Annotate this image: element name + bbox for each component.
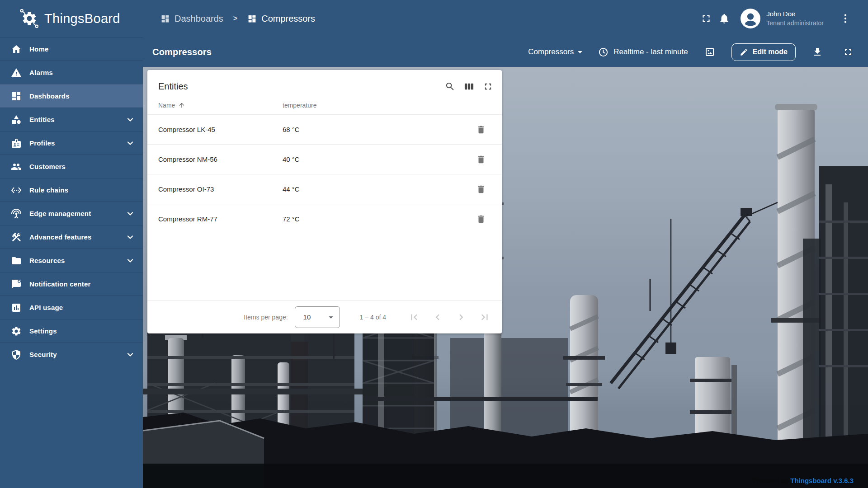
chart-icon xyxy=(11,302,22,313)
more-menu-button[interactable] xyxy=(836,9,854,28)
bell-icon xyxy=(718,13,730,24)
sidebar-item-dashboards[interactable]: Dashboards xyxy=(0,84,143,108)
entity-temperature: 44 °C xyxy=(283,185,472,193)
main-navigation: Home Alarms Dashboards Entities Profiles xyxy=(0,37,143,366)
antenna-icon xyxy=(11,208,22,219)
fullscreen-button[interactable] xyxy=(697,9,715,28)
entity-temperature: 40 °C xyxy=(283,155,472,163)
more-vert-icon xyxy=(840,13,851,24)
first-page-button[interactable] xyxy=(405,308,423,326)
last-page-button[interactable] xyxy=(476,308,494,326)
edit-mode-button[interactable]: Edit mode xyxy=(731,43,796,61)
fullscreen-icon xyxy=(483,81,493,92)
chevron-right-icon xyxy=(455,311,467,323)
sidebar-item-entities[interactable]: Entities xyxy=(0,108,143,131)
top-bar-actions: John Doe Tenant administrator xyxy=(697,9,857,28)
pager-buttons xyxy=(405,308,494,326)
download-icon xyxy=(812,47,823,57)
clock-icon xyxy=(598,47,609,57)
column-header-name[interactable]: Name xyxy=(158,102,283,109)
rule-chains-icon xyxy=(11,185,22,196)
trash-icon xyxy=(476,125,486,135)
dashboards-icon xyxy=(11,91,22,102)
column-header-temperature[interactable]: temperature xyxy=(283,102,491,109)
trash-icon xyxy=(476,155,486,164)
table-empty-space xyxy=(147,234,502,300)
home-icon xyxy=(11,44,22,55)
user-role: Tenant administrator xyxy=(766,19,824,28)
sidebar-item-security[interactable]: Security xyxy=(0,343,143,366)
dashboard-content: Entities Name temperature Compress xyxy=(143,67,868,488)
table-row[interactable]: Compressor LK-45 68 °C xyxy=(147,114,502,144)
page-size-select[interactable]: 10 xyxy=(295,306,340,328)
items-per-page-label: Items per page: xyxy=(244,314,288,321)
widget-columns-button[interactable] xyxy=(461,79,476,94)
entity-temperature: 72 °C xyxy=(283,215,472,223)
next-page-button[interactable] xyxy=(452,308,470,326)
user-name: John Doe xyxy=(766,9,824,19)
folder-icon xyxy=(11,255,22,266)
sidebar-item-customers[interactable]: Customers xyxy=(0,155,143,178)
download-button[interactable] xyxy=(808,43,826,61)
table-row[interactable]: Compressor RM-77 72 °C xyxy=(147,204,502,234)
breadcrumb-dashboards[interactable]: Dashboards xyxy=(160,14,223,24)
notification-center-icon xyxy=(11,279,22,290)
delete-row-button[interactable] xyxy=(472,210,490,228)
fullscreen-icon xyxy=(843,47,854,57)
breadcrumb-separator: > xyxy=(233,14,237,23)
chevron-left-icon xyxy=(432,311,443,323)
chevron-down-icon xyxy=(126,233,135,242)
dashboards-icon xyxy=(160,14,170,23)
delete-row-button[interactable] xyxy=(472,150,490,169)
dropdown-caret-icon xyxy=(326,312,336,322)
entity-name: Compressor LK-45 xyxy=(158,126,283,133)
sidebar-item-home[interactable]: Home xyxy=(0,37,143,61)
sidebar-item-rule-chains[interactable]: Rule chains xyxy=(0,178,143,202)
chevron-down-icon xyxy=(126,139,135,148)
delete-row-button[interactable] xyxy=(472,121,490,139)
notifications-button[interactable] xyxy=(715,9,733,28)
footer: Powered by Thingsboard v.3.6.3 xyxy=(753,477,854,484)
version-link[interactable]: Thingsboard v.3.6.3 xyxy=(790,477,854,484)
page-range-label: 1 – 4 of 4 xyxy=(360,314,386,321)
widget-fullscreen-button[interactable] xyxy=(480,79,495,94)
delete-row-button[interactable] xyxy=(472,180,490,198)
chevron-down-icon xyxy=(126,256,135,265)
tools-icon xyxy=(11,232,22,243)
table-row[interactable]: Compressor NM-56 40 °C xyxy=(147,144,502,174)
shield-icon xyxy=(11,349,22,360)
thingsboard-app: ThingsBoard Home Alarms Dashboards Entit… xyxy=(0,0,868,488)
user-menu[interactable]: John Doe Tenant administrator xyxy=(766,9,824,27)
sidebar-item-resources[interactable]: Resources xyxy=(0,249,143,272)
breadcrumb: Dashboards > Compressors xyxy=(160,14,315,24)
widget-search-button[interactable] xyxy=(442,79,458,94)
gear-icon xyxy=(11,326,22,337)
table-paginator: Items per page: 10 1 – 4 of 4 xyxy=(147,300,502,333)
timewindow-button[interactable]: Realtime - last minute xyxy=(598,47,688,57)
entity-name: Compressor NM-56 xyxy=(158,155,283,163)
thingsboard-logo[interactable]: ThingsBoard xyxy=(0,0,143,37)
table-row[interactable]: Compressor OI-73 44 °C xyxy=(147,174,502,204)
sidebar-item-api-usage[interactable]: API usage xyxy=(0,296,143,319)
last-page-icon xyxy=(479,311,491,323)
sidebar-item-settings[interactable]: Settings xyxy=(0,319,143,343)
fullscreen-icon xyxy=(700,13,712,24)
entities-icon xyxy=(11,114,22,125)
avatar[interactable] xyxy=(741,9,760,28)
sidebar-item-advanced-features[interactable]: Advanced features xyxy=(0,225,143,249)
table-header-row: Name temperature xyxy=(147,96,502,114)
powered-by-label: Powered by xyxy=(753,477,788,484)
breadcrumb-compressors[interactable]: Compressors xyxy=(247,14,315,24)
sort-ascending-icon xyxy=(178,102,185,109)
dashboard-image-button[interactable] xyxy=(701,43,719,61)
sidebar-item-notification-center[interactable]: Notification center xyxy=(0,272,143,296)
dashboard-fullscreen-button[interactable] xyxy=(839,43,857,61)
sidebar-item-profiles[interactable]: Profiles xyxy=(0,131,143,155)
page-title: Compressors xyxy=(152,47,212,57)
trash-icon xyxy=(476,214,486,224)
sidebar-item-alarms[interactable]: Alarms xyxy=(0,61,143,84)
dashboard-state-selector[interactable]: Compressors xyxy=(528,47,585,57)
dashboard-toolbar-actions: Compressors Realtime - last minute Edit … xyxy=(528,43,857,61)
previous-page-button[interactable] xyxy=(429,308,447,326)
sidebar-item-edge-management[interactable]: Edge management xyxy=(0,202,143,225)
